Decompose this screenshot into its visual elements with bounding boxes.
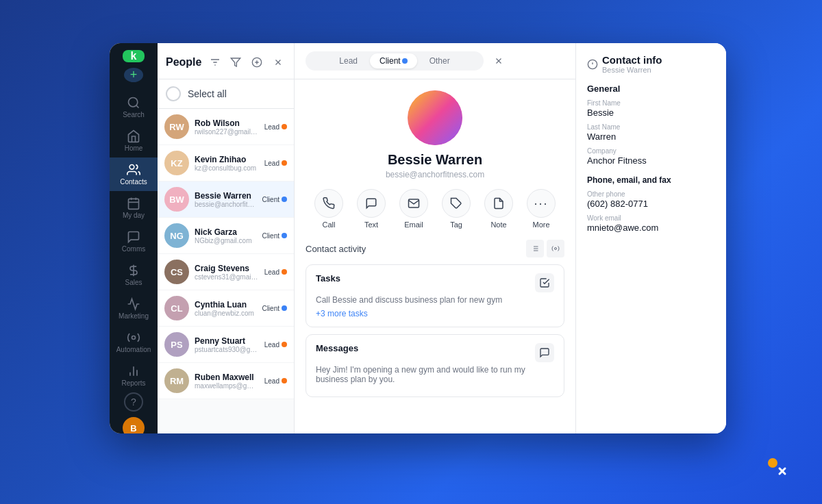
list-item[interactable]: NGNick GarzaNGbiz@gmail.comClient — [158, 218, 294, 254]
tab-group: Lead Client Other — [306, 51, 484, 71]
sidebar-item-home-label: Home — [125, 144, 143, 152]
call-button[interactable]: Call — [314, 189, 343, 229]
contact-photo-inner — [408, 90, 462, 145]
work-email-field: Work email mnieto@awe.com — [587, 214, 715, 233]
messages-card-title: Messages — [316, 343, 358, 353]
general-section: General First Name Bessie Last Name Warr… — [587, 84, 715, 166]
avatar: PS — [164, 332, 189, 357]
close-detail-button[interactable] — [489, 51, 508, 71]
contact-name: Penny Stuart — [195, 336, 259, 346]
email-icon — [399, 189, 428, 218]
tab-other[interactable]: Other — [420, 53, 460, 68]
tab-lead[interactable]: Lead — [329, 53, 367, 68]
sidebar-item-reports[interactable]: Reports — [110, 359, 158, 392]
user-avatar[interactable]: B — [123, 417, 145, 433]
list-item[interactable]: RMRuben Maxwellmaxwellamps@gmail.comLead — [158, 363, 294, 399]
activity-icons — [526, 240, 564, 257]
detail-panel: Lead Client Other Bessie Warren bessie@a… — [295, 43, 575, 433]
sidebar-bottom: ? B — [123, 392, 145, 433]
info-panel-title: Contact info — [602, 54, 662, 66]
text-label: Text — [364, 220, 378, 229]
text-button[interactable]: Text — [357, 189, 386, 229]
more-button[interactable]: ··· More — [527, 189, 556, 229]
tab-client[interactable]: Client — [370, 53, 417, 68]
contact-email: cluan@newbiz.com — [195, 310, 256, 317]
contact-photo — [408, 90, 462, 145]
work-email-value: mnieto@awe.com — [587, 223, 715, 233]
tasks-card-title: Tasks — [316, 273, 340, 284]
brand-logo — [760, 453, 788, 483]
status-badge: Lead — [264, 377, 287, 385]
status-badge: Lead — [264, 160, 287, 167]
status-badge: Lead — [264, 341, 287, 349]
list-item[interactable]: PSPenny Stuartpstuartcats930@gmail.comLe… — [158, 327, 294, 363]
list-item[interactable]: RWRob Wilsonrwilson227@gmail.comLead — [158, 109, 294, 145]
list-item[interactable]: CSCraig Stevenscstevens31@gmail.comLead — [158, 254, 294, 290]
contact-full-email: bessie@anchorfitness.com — [386, 170, 484, 179]
sidebar-item-sales-label: Sales — [125, 279, 142, 286]
contact-name: Kevin Zhihao — [195, 155, 259, 164]
activity-title: Contact activity — [306, 244, 366, 254]
status-badge: Client — [262, 232, 287, 240]
list-item[interactable]: CLCynthia Luancluan@newbiz.comClient — [158, 290, 294, 327]
contact-email: NGbiz@gmail.com — [195, 237, 256, 244]
call-label: Call — [323, 220, 336, 229]
info-panel-title-group: Contact info Bessie Warren — [602, 54, 662, 74]
messages-card: Messages Hey Jim! I'm opening a new gym … — [306, 334, 564, 397]
company-field: Company Anchor Fitness — [587, 147, 715, 166]
contact-info-group: Kevin Zhihaokz@consultbug.com — [195, 155, 259, 172]
info-panel-header: Contact info Bessie Warren — [587, 54, 715, 74]
sort-button[interactable] — [207, 53, 223, 72]
email-button[interactable]: Email — [399, 189, 428, 229]
first-name-label: First Name — [587, 99, 715, 107]
note-button[interactable]: Note — [484, 189, 513, 229]
status-badge: Client — [262, 196, 287, 203]
tasks-more-link[interactable]: +3 more tasks — [316, 309, 554, 318]
help-button[interactable]: ? — [124, 392, 143, 412]
sidebar-item-myday-label: My day — [123, 212, 145, 219]
select-all-row[interactable]: Select all — [158, 79, 294, 109]
status-badge: Lead — [264, 268, 287, 276]
contact-list: RWRob Wilsonrwilson227@gmail.comLeadKZKe… — [158, 109, 294, 433]
list-item[interactable]: BWBessie Warrenbessie@anchorfitness.comC… — [158, 181, 294, 218]
svg-marker-14 — [232, 58, 240, 66]
note-label: Note — [490, 220, 506, 229]
detail-body: Bessie Warren bessie@anchorfitness.com C… — [295, 79, 575, 433]
filter-button[interactable] — [228, 53, 244, 72]
phone-email-section: Phone, email, and fax Other phone (602) … — [587, 175, 715, 233]
contact-info-group: Ruben Maxwellmaxwellamps@gmail.com — [195, 373, 259, 390]
contact-name: Cynthia Luan — [195, 300, 256, 310]
activity-list-view[interactable] — [526, 240, 544, 257]
add-contact-button[interactable] — [249, 53, 265, 72]
tag-button[interactable]: Tag — [442, 189, 471, 229]
avatar: CS — [164, 260, 189, 284]
svg-point-7 — [132, 336, 136, 340]
sidebar-item-marketing[interactable]: Marketing — [110, 292, 158, 325]
avatar: RM — [164, 368, 189, 393]
sidebar-item-sales[interactable]: Sales — [110, 258, 158, 292]
sidebar-item-comms[interactable]: Comms — [110, 225, 158, 258]
sidebar: k + Search Home Contacts My day Comms — [110, 43, 158, 433]
add-button[interactable]: + — [124, 68, 143, 82]
sidebar-item-home[interactable]: Home — [110, 124, 158, 158]
contact-info-group: Cynthia Luancluan@newbiz.com — [195, 300, 256, 317]
close-people-button[interactable] — [270, 53, 286, 72]
sidebar-item-myday[interactable]: My day — [110, 191, 158, 225]
svg-point-29 — [555, 248, 557, 250]
sidebar-item-contacts[interactable]: Contacts — [110, 158, 158, 191]
contact-info-group: Bessie Warrenbessie@anchorfitness.com — [195, 191, 256, 208]
company-label: Company — [587, 147, 715, 155]
activity-settings[interactable] — [547, 240, 564, 257]
svg-point-0 — [129, 98, 138, 107]
last-name-label: Last Name — [587, 123, 715, 131]
list-item[interactable]: KZKevin Zhihaokz@consultbug.comLead — [158, 145, 294, 181]
last-name-value: Warren — [587, 131, 715, 142]
sidebar-item-automation[interactable]: Automation — [110, 325, 158, 359]
avatar: NG — [164, 223, 189, 248]
info-panel-subtitle: Bessie Warren — [602, 66, 662, 74]
sidebar-item-search[interactable]: Search — [110, 90, 158, 124]
select-all-checkbox[interactable] — [166, 86, 181, 101]
contact-name: Rob Wilson — [195, 118, 259, 128]
contact-email: kz@consultbug.com — [195, 164, 259, 172]
more-label: More — [532, 220, 549, 229]
